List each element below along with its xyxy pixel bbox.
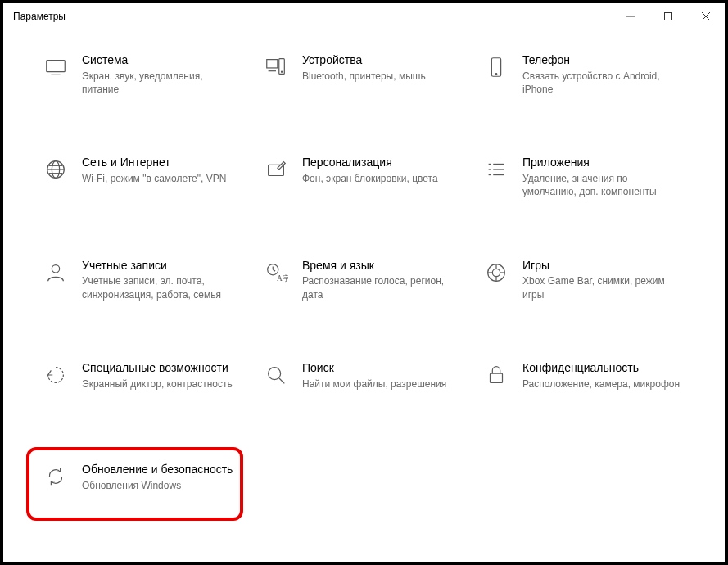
paint-icon — [263, 156, 289, 183]
tile-apps[interactable]: Приложения Удаление, значения по умолчан… — [482, 151, 687, 201]
time-language-icon: A字 — [263, 260, 289, 286]
close-button[interactable] — [687, 3, 725, 29]
tile-desc: Экранный диктор, контрастность — [82, 377, 240, 391]
svg-text:A字: A字 — [277, 274, 288, 282]
tile-text: Персонализация Фон, экран блокировки, цв… — [302, 155, 465, 185]
devices-icon — [263, 54, 289, 80]
tile-desc: Экран, звук, уведомления, питание — [82, 70, 240, 96]
tile-text: Поиск Найти мои файлы, разрешения — [302, 360, 465, 391]
tile-text: Телефон Связать устройство с Android, iP… — [522, 52, 685, 96]
settings-grid: Система Экран, звук, уведомления, питани… — [41, 49, 687, 508]
tile-accounts[interactable]: Учетные записи Учетные записи, эл. почта… — [41, 255, 246, 305]
svg-rect-6 — [267, 60, 278, 68]
person-icon — [43, 260, 69, 286]
svg-point-35 — [269, 367, 281, 379]
tile-text: Специальные возможности Экранный диктор,… — [82, 360, 245, 391]
tile-title: Конфиденциальность — [522, 360, 681, 376]
tile-time[interactable]: A字 Время и язык Распознавание голоса, ре… — [261, 255, 467, 305]
tile-title: Игры — [522, 258, 681, 273]
tile-title: Специальные возможности — [82, 360, 240, 376]
tile-title: Телефон — [522, 52, 681, 68]
tile-text: Время и язык Распознавание голоса, регио… — [302, 258, 465, 301]
tile-title: Обновление и безопасность — [82, 462, 240, 477]
svg-line-27 — [273, 269, 275, 271]
window-controls — [612, 3, 725, 29]
tile-gaming[interactable]: Игры Xbox Game Bar, снимки, режим игры — [482, 255, 687, 305]
tile-title: Приложения — [522, 155, 681, 170]
tile-search[interactable]: Поиск Найти мои файлы, разрешения — [261, 357, 467, 406]
ease-of-access-icon — [43, 362, 69, 388]
tile-text: Приложения Удаление, значения по умолчан… — [522, 155, 685, 198]
globe-icon — [43, 156, 69, 183]
tile-title: Устройства — [302, 52, 460, 68]
tile-desc: Фон, экран блокировки, цвета — [302, 172, 460, 185]
tile-title: Поиск — [302, 360, 460, 376]
tile-title: Система — [82, 52, 240, 68]
minimize-button[interactable] — [612, 3, 649, 29]
svg-point-24 — [52, 264, 59, 272]
tile-desc: Обновления Windows — [82, 479, 240, 492]
tile-desc: Расположение, камера, микрофон — [522, 377, 681, 391]
tile-desc: Распознавание голоса, регион, дата — [302, 274, 460, 301]
tile-title: Учетные записи — [82, 258, 240, 273]
tile-text: Обновление и безопасность Обновления Win… — [82, 462, 245, 492]
tile-phone[interactable]: Телефон Связать устройство с Android, iP… — [482, 49, 687, 99]
tile-desc: Учетные записи, эл. почта, синхронизация… — [82, 274, 240, 301]
tile-desc: Bluetooth, принтеры, мышь — [302, 70, 460, 83]
tile-privacy[interactable]: Конфиденциальность Расположение, камера,… — [482, 357, 687, 406]
tile-title: Время и язык — [302, 258, 460, 273]
svg-line-36 — [279, 378, 285, 384]
svg-point-8 — [281, 71, 282, 72]
tile-ease[interactable]: Специальные возможности Экранный диктор,… — [41, 357, 246, 406]
tile-text: Конфиденциальность Расположение, камера,… — [522, 360, 685, 391]
tile-network[interactable]: Сеть и Интернет Wi-Fi, режим "в самолете… — [41, 151, 246, 201]
tile-text: Система Экран, звук, уведомления, питани… — [82, 52, 245, 96]
svg-rect-1 — [665, 13, 672, 20]
lock-icon — [483, 362, 509, 388]
tile-desc: Wi-Fi, режим "в самолете", VPN — [82, 172, 240, 185]
svg-rect-4 — [47, 61, 66, 72]
tile-desc: Xbox Game Bar, снимки, режим игры — [522, 274, 681, 301]
tile-desc: Найти мои файлы, разрешения — [302, 377, 460, 391]
settings-grid-container: Система Экран, звук, уведомления, питани… — [3, 29, 725, 508]
tile-personalization[interactable]: Персонализация Фон, экран блокировки, цв… — [261, 151, 467, 201]
tile-desc: Связать устройство с Android, iPhone — [522, 70, 681, 96]
svg-rect-37 — [491, 373, 503, 382]
gaming-icon — [483, 260, 509, 286]
search-icon — [263, 362, 289, 388]
phone-icon — [483, 54, 509, 80]
system-icon — [43, 54, 69, 80]
svg-point-11 — [495, 74, 497, 75]
tile-text: Устройства Bluetooth, принтеры, мышь — [302, 52, 465, 83]
svg-point-30 — [492, 269, 500, 276]
tile-text: Учетные записи Учетные записи, эл. почта… — [82, 258, 245, 301]
window-title: Параметры — [13, 11, 612, 22]
tile-system[interactable]: Система Экран, звук, уведомления, питани… — [41, 49, 246, 99]
tile-title: Сеть и Интернет — [82, 155, 240, 170]
tile-text: Сеть и Интернет Wi-Fi, режим "в самолете… — [82, 155, 245, 185]
tile-desc: Удаление, значения по умолчанию, доп. ко… — [522, 172, 681, 198]
tile-devices[interactable]: Устройства Bluetooth, принтеры, мышь — [261, 49, 467, 99]
tile-text: Игры Xbox Game Bar, снимки, режим игры — [522, 258, 685, 301]
update-icon — [43, 463, 69, 490]
tile-update[interactable]: Обновление и безопасность Обновления Win… — [41, 459, 246, 508]
titlebar: Параметры — [3, 3, 725, 29]
tile-title: Персонализация — [302, 155, 460, 170]
apps-icon — [483, 156, 509, 183]
maximize-button[interactable] — [649, 3, 687, 29]
